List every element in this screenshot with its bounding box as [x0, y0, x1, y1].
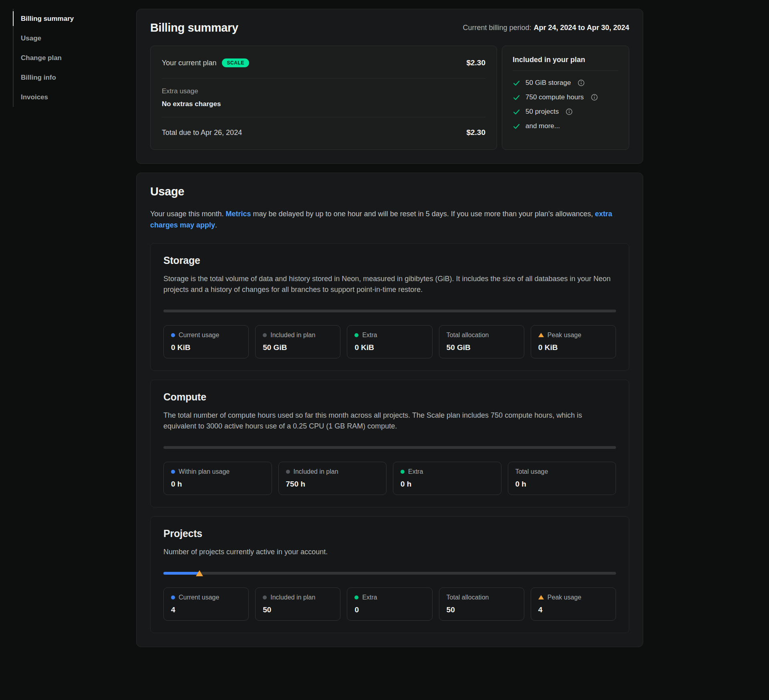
total-due-value: $2.30: [466, 128, 485, 137]
stat-label: Included in plan: [294, 468, 338, 475]
included-item-label: 50 GiB storage: [525, 79, 571, 87]
total-due-label: Total due to Apr 26, 2024: [162, 129, 242, 137]
usage-intro: Your usage this month. Metrics may be de…: [150, 209, 629, 231]
billing-period: Current billing period:Apr 24, 2024 to A…: [463, 24, 629, 32]
extra-usage-label: Extra usage: [162, 87, 485, 95]
included-dot-icon: [286, 470, 290, 474]
included-item-projects: 50 projects: [513, 105, 618, 119]
storage-title: Storage: [163, 255, 616, 266]
check-icon: [513, 108, 520, 116]
compute-progress-bar: [163, 446, 616, 449]
plan-summary-panel: Your current plan SCALE $2.30 Extra usag…: [150, 46, 497, 150]
check-icon: [513, 123, 520, 130]
included-item-more: and more...: [513, 119, 618, 133]
stat-value: 50 GiB: [263, 343, 333, 352]
included-item-label: and more...: [525, 122, 560, 130]
stat-extra: Extra 0 h: [393, 462, 501, 495]
usage-intro-text: may be delayed by up to one hour and wil…: [251, 210, 595, 218]
peak-triangle-icon: [538, 595, 544, 599]
stat-included-in-plan: Included in plan 750 h: [278, 462, 387, 495]
stat-label: Extra: [408, 468, 423, 475]
compute-section: Compute The total number of compute hour…: [150, 380, 629, 507]
extra-dot-icon: [354, 333, 358, 337]
stat-label: Current usage: [179, 332, 219, 339]
stat-value: 4: [171, 605, 241, 614]
sidebar-item-billing-summary[interactable]: Billing summary: [14, 9, 136, 28]
stat-total-allocation: Total allocation 50 GiB: [439, 325, 524, 358]
extra-usage-value: No extras charges: [162, 100, 485, 108]
included-list: 50 GiB storage 750 compute hours 50 proj…: [513, 76, 618, 133]
compute-stats-row: Within plan usage 0 h Included in plan 7…: [163, 462, 616, 495]
stat-label: Within plan usage: [179, 468, 229, 475]
stat-value: 750 h: [286, 480, 379, 489]
storage-section: Storage Storage is the total volume of d…: [150, 243, 629, 371]
included-item-label: 750 compute hours: [525, 93, 584, 101]
projects-section: Projects Number of projects currently ac…: [150, 516, 629, 633]
usage-intro-text: Your usage this month.: [150, 210, 225, 218]
sidebar-item-invoices[interactable]: Invoices: [14, 87, 136, 107]
info-icon[interactable]: [578, 79, 585, 86]
stat-total-allocation: Total allocation 50: [439, 587, 524, 621]
check-icon: [513, 79, 520, 87]
stat-label: Current usage: [179, 594, 219, 601]
stat-peak-usage: Peak usage 0 KiB: [531, 325, 616, 358]
sidebar-item-billing-info[interactable]: Billing info: [14, 68, 136, 87]
within-plan-dot-icon: [171, 470, 175, 474]
billing-period-label: Current billing period:: [463, 24, 531, 32]
included-dot-icon: [263, 333, 267, 337]
stat-label: Total usage: [515, 468, 548, 475]
current-plan-row: Your current plan SCALE $2.30: [162, 48, 485, 78]
stat-extra: Extra 0: [347, 587, 432, 621]
stat-value: 0: [354, 605, 425, 614]
stat-value: 50: [447, 605, 517, 614]
projects-stats-row: Current usage 4 Included in plan 50 Extr…: [163, 587, 616, 621]
billing-summary-title: Billing summary: [150, 21, 238, 34]
stat-peak-usage: Peak usage 4: [531, 587, 616, 621]
projects-description: Number of projects currently active in y…: [163, 547, 616, 557]
stat-label: Total allocation: [447, 594, 489, 601]
stat-current-usage: Current usage 4: [163, 587, 249, 621]
stat-label: Extra: [362, 332, 377, 339]
sidebar-item-usage[interactable]: Usage: [14, 28, 136, 48]
stat-current-usage: Current usage 0 KiB: [163, 325, 249, 358]
billing-summary-card: Billing summary Current billing period:A…: [136, 9, 643, 164]
compute-title: Compute: [163, 391, 616, 403]
stat-within-plan-usage: Within plan usage 0 h: [163, 462, 272, 495]
stat-label: Total allocation: [447, 332, 489, 339]
extra-usage-block: Extra usage No extras charges: [162, 78, 485, 117]
projects-progress-fill: [163, 572, 199, 575]
projects-progress-bar: [163, 572, 616, 575]
info-icon[interactable]: [591, 94, 598, 101]
billing-panels: Your current plan SCALE $2.30 Extra usag…: [150, 46, 629, 150]
stat-label: Peak usage: [548, 332, 582, 339]
stat-value: 4: [538, 605, 608, 614]
stat-value: 0 h: [515, 480, 609, 489]
plan-badge: SCALE: [222, 58, 249, 67]
sidebar-item-change-plan[interactable]: Change plan: [14, 48, 136, 68]
billing-summary-header: Billing summary Current billing period:A…: [150, 21, 629, 34]
usage-card: Usage Your usage this month. Metrics may…: [136, 173, 643, 647]
extra-dot-icon: [401, 470, 405, 474]
total-due-row: Total due to Apr 26, 2024 $2.30: [162, 117, 485, 148]
usage-title: Usage: [150, 185, 629, 198]
stat-value: 0 KiB: [171, 343, 241, 352]
storage-stats-row: Current usage 0 KiB Included in plan 50 …: [163, 325, 616, 358]
current-usage-dot-icon: [171, 333, 175, 337]
stat-value: 0 KiB: [538, 343, 608, 352]
included-item-label: 50 projects: [525, 108, 559, 116]
stat-included-in-plan: Included in plan 50 GiB: [255, 325, 340, 358]
included-item-storage: 50 GiB storage: [513, 76, 618, 90]
metrics-link[interactable]: Metrics: [225, 210, 251, 218]
info-icon[interactable]: [566, 108, 573, 115]
billing-nav-list: Billing summary Usage Change plan Billin…: [13, 9, 136, 107]
current-plan-label: Your current plan: [162, 59, 216, 67]
stat-value: 0 h: [401, 480, 494, 489]
projects-title: Projects: [163, 528, 616, 539]
compute-description: The total number of compute hours used s…: [163, 410, 616, 432]
stat-label: Included in plan: [270, 332, 315, 339]
stat-value: 50 GiB: [447, 343, 517, 352]
main-content: Billing summary Current billing period:A…: [136, 9, 643, 647]
included-panel-title: Included in your plan: [513, 56, 618, 71]
billing-sidebar: Billing summary Usage Change plan Billin…: [13, 9, 136, 647]
stat-value: 0 h: [171, 480, 264, 489]
